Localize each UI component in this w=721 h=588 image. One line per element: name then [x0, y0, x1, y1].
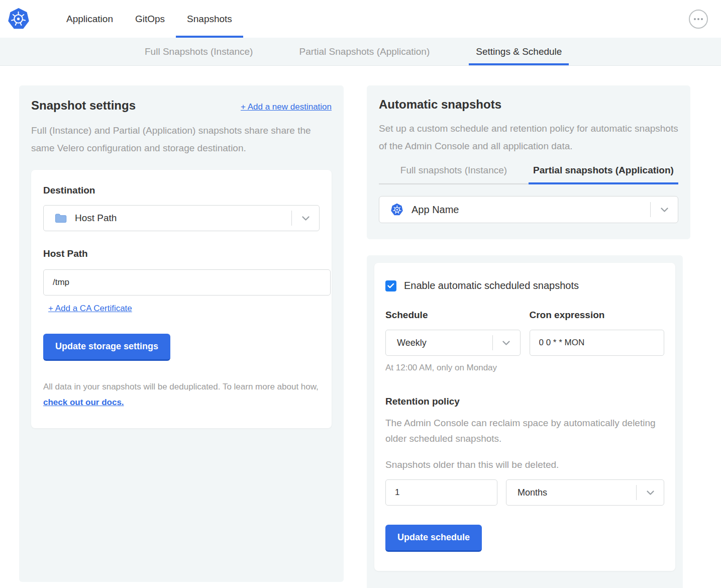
schedule-grid: Schedule Weekly At 12:00 AM, only on Mon…: [385, 310, 664, 373]
retention-amount-input[interactable]: [385, 479, 497, 506]
schedule-card-outer: Enable automatic scheduled snapshots Sch…: [367, 255, 683, 588]
destination-select[interactable]: Host Path: [43, 205, 320, 231]
docs-link[interactable]: check out our docs.: [43, 398, 124, 407]
chevron-down-icon: [637, 490, 664, 496]
cron-expression-input[interactable]: [530, 330, 665, 356]
main-nav: Application GitOps Snapshots: [55, 0, 243, 38]
retention-policy-title: Retention policy: [385, 396, 664, 407]
logo-wrap: [7, 0, 30, 38]
schedule-frequency-value: Weekly: [397, 338, 492, 348]
main-content: Snapshot settings + Add a new destinatio…: [0, 66, 721, 588]
dedupe-note-text: All data in your snapshots will be dedup…: [43, 382, 319, 391]
cron-readable-text: At 12:00 AM, only on Monday: [385, 363, 521, 373]
app-select[interactable]: App Name: [379, 196, 678, 223]
snapshot-settings-card: Snapshot settings + Add a new destinatio…: [19, 85, 344, 582]
host-path-input[interactable]: [43, 269, 331, 296]
kubernetes-logo-icon: [7, 8, 30, 31]
nav-item-application[interactable]: Application: [55, 0, 124, 38]
retention-hint: Snapshots older than this will be delete…: [385, 459, 664, 470]
schedule-label: Schedule: [385, 310, 521, 321]
dedupe-note: All data in your snapshots will be dedup…: [43, 379, 320, 410]
schedule-column: Schedule Weekly At 12:00 AM, only on Mon…: [385, 310, 521, 373]
snapshot-settings-title-row: Snapshot settings + Add a new destinatio…: [31, 99, 332, 113]
enable-snapshots-checkbox-row[interactable]: Enable automatic scheduled snapshots: [385, 280, 664, 291]
chevron-down-icon: [493, 340, 520, 346]
update-schedule-button[interactable]: Update schedule: [385, 525, 482, 552]
app-header: Application GitOps Snapshots: [0, 0, 721, 38]
retention-unit-value: Months: [518, 487, 636, 498]
checkbox-checked-icon[interactable]: [385, 280, 396, 291]
tab-partial-snapshots-application[interactable]: Partial snapshots (Application): [529, 165, 678, 184]
tab-partial-snapshots[interactable]: Partial Snapshots (Application): [276, 38, 453, 65]
storage-settings-panel: Destination Host Path Host Path + Add: [31, 170, 332, 428]
app-select-value: App Name: [411, 204, 650, 216]
ellipsis-icon: [694, 18, 696, 20]
folder-icon: [55, 213, 67, 223]
snapshot-settings-description: Full (Instance) and Partial (Application…: [31, 122, 332, 157]
tab-settings-schedule[interactable]: Settings & Schedule: [453, 38, 585, 65]
add-ca-certificate-link[interactable]: + Add a CA Certificate: [48, 304, 132, 314]
destination-label: Destination: [43, 185, 320, 196]
automatic-snapshots-card: Automatic snapshots Set up a custom sche…: [367, 85, 690, 239]
update-storage-settings-button[interactable]: Update storage settings: [43, 334, 170, 361]
schedule-frequency-select[interactable]: Weekly: [385, 330, 521, 356]
destination-select-value: Host Path: [75, 213, 291, 224]
snapshots-subnav: Full Snapshots (Instance) Partial Snapsh…: [0, 38, 721, 66]
host-path-label: Host Path: [43, 248, 320, 259]
kubernetes-icon: [390, 203, 403, 216]
automatic-snapshots-title: Automatic snapshots: [379, 97, 678, 112]
tab-full-snapshots-instance[interactable]: Full snapshots (Instance): [379, 165, 529, 184]
automatic-snapshots-tabs: Full snapshots (Instance) Partial snapsh…: [379, 165, 678, 184]
overflow-menu-button[interactable]: [689, 10, 708, 29]
chevron-down-icon: [292, 216, 319, 221]
cron-expression-label: Cron expression: [530, 310, 665, 321]
schedule-card: Enable automatic scheduled snapshots Sch…: [374, 263, 675, 571]
tab-full-snapshots[interactable]: Full Snapshots (Instance): [122, 38, 276, 65]
right-column: Automatic snapshots Set up a custom sche…: [367, 85, 690, 588]
retention-unit-select[interactable]: Months: [506, 479, 664, 506]
header-spacer: [243, 0, 689, 38]
chevron-down-icon: [651, 207, 678, 213]
cron-column: Cron expression: [530, 310, 665, 373]
snapshot-settings-title: Snapshot settings: [31, 99, 136, 113]
enable-snapshots-label: Enable automatic scheduled snapshots: [404, 280, 579, 291]
retention-policy-description: The Admin Console can reclaim space by a…: [385, 415, 664, 446]
retention-row: Months: [385, 479, 664, 506]
automatic-snapshots-description: Set up a custom schedule and retention p…: [379, 120, 678, 155]
add-new-destination-link[interactable]: + Add a new destination: [241, 102, 332, 112]
page: Application GitOps Snapshots Full Snapsh…: [0, 0, 721, 588]
nav-item-snapshots[interactable]: Snapshots: [176, 0, 243, 38]
nav-item-gitops[interactable]: GitOps: [124, 0, 176, 38]
